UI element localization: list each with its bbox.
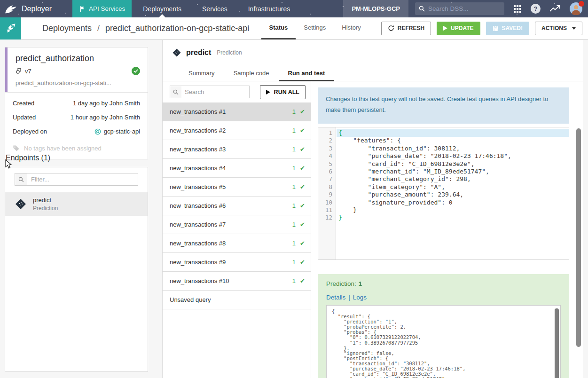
actions-button[interactable]: ACTIONS: [535, 22, 582, 35]
code-line: "purchase_date": "2018-02-23 17:46:18",: [337, 152, 569, 160]
query-row[interactable]: new_transactions #8 1: [163, 234, 311, 253]
editor-code[interactable]: { "features": { "transaction_id": 308112…: [337, 127, 569, 260]
check-icon: [300, 165, 305, 172]
editor-gutter: 123456789101112: [318, 127, 336, 260]
refresh-button[interactable]: REFRESH: [381, 22, 431, 35]
check-icon: [300, 127, 305, 134]
deployer-home-tile[interactable]: [0, 17, 21, 39]
bird-icon: [4, 4, 17, 14]
code-line: "purchase_amount": 239.64,: [337, 191, 569, 198]
nav-deployments[interactable]: Deployments: [137, 0, 187, 17]
rocket-icon: [5, 22, 17, 34]
endpoint-filter: [15, 173, 138, 186]
prediction-label: Prediction:: [326, 280, 356, 287]
endpoints-card: predict Prediction: [5, 167, 148, 372]
run-all-button[interactable]: RUN ALL: [260, 85, 306, 99]
code-editor[interactable]: 123456789101112 { "features": { "transac…: [318, 127, 569, 260]
query-row[interactable]: new_transactions #1 1: [163, 102, 311, 121]
query-row[interactable]: new_transactions #7 1: [163, 215, 311, 234]
deployer-brand[interactable]: Deployer: [22, 5, 52, 13]
result-json-box[interactable]: { "result": { "prediction": "1", "probaP…: [326, 305, 561, 378]
line-number: 2: [318, 137, 336, 144]
saved-button[interactable]: SAVED!: [486, 22, 529, 35]
nav-services[interactable]: Services: [196, 0, 233, 17]
code-line: "signature_provided": 0: [337, 199, 569, 206]
main-panel: predict Prediction Summary Sample code R…: [162, 40, 583, 378]
deployment-id: predict_authorization-on-gcp-stati...: [16, 79, 140, 87]
endpoint-filter-input[interactable]: [27, 176, 138, 183]
line-number: 9: [318, 191, 336, 198]
deployment-name: predict_authorization: [16, 54, 140, 63]
endpoint-diamond-icon: [172, 48, 181, 57]
query-name: new_transactions #9: [170, 259, 292, 266]
trend-icon[interactable]: [549, 5, 561, 12]
result-box-scrollbar[interactable]: [555, 308, 559, 378]
code-line: "merchant_category_id": 298,: [337, 175, 569, 183]
deployment-version: v7: [25, 68, 31, 75]
endpoint-diamond-icon: [15, 198, 27, 210]
queries-toolbar: RUN ALL: [163, 81, 311, 102]
query-row[interactable]: new_transactions #10 1: [163, 272, 311, 291]
nav-api-services[interactable]: API Services: [72, 0, 132, 17]
healthy-status-icon: [132, 67, 140, 75]
query-row[interactable]: new_transactions #5 1: [163, 178, 311, 197]
endpoint-type-label: Prediction: [217, 49, 242, 56]
query-name: new_transactions #1: [170, 108, 292, 115]
header-tab[interactable]: Status: [261, 17, 296, 39]
result-json-line: "1": 0.3892670877977295: [332, 340, 555, 346]
query-result-count: 1: [292, 183, 296, 190]
help-icon[interactable]: ?: [531, 4, 541, 14]
breadcrumb-deployments[interactable]: Deployments: [42, 24, 92, 33]
help-glyph: ?: [531, 4, 541, 14]
line-number: 6: [318, 168, 336, 175]
nav-infrastructures[interactable]: Infrastructures: [243, 0, 296, 17]
result-json-line: "0": 0.6107329122022704,: [332, 335, 555, 340]
query-search-input[interactable]: [181, 88, 243, 95]
query-result-count: 1: [292, 259, 296, 266]
endpoint-title: predict: [186, 48, 211, 57]
logs-link[interactable]: Logs: [353, 294, 367, 301]
code-line: }: [337, 206, 569, 214]
search-input[interactable]: [428, 5, 489, 12]
apps-grid-icon[interactable]: [513, 5, 522, 13]
search-icon: [170, 86, 181, 98]
deployment-accent-bar: [5, 47, 8, 92]
endpoint-tab[interactable]: Summary: [179, 70, 224, 81]
query-row[interactable]: Unsaved query: [163, 291, 311, 309]
endpoint-list-item[interactable]: predict Prediction: [5, 192, 148, 216]
line-number: 4: [318, 152, 336, 160]
main-scrollbar[interactable]: [576, 128, 581, 347]
query-name: new_transactions #7: [170, 221, 292, 228]
query-row[interactable]: new_transactions #4 1: [163, 159, 311, 178]
line-number: 8: [318, 183, 336, 191]
dataiku-logo[interactable]: [0, 4, 22, 14]
line-number: 1: [318, 129, 336, 137]
check-icon: [300, 277, 305, 284]
details-link[interactable]: Details: [326, 294, 345, 301]
query-row[interactable]: new_transactions #2 1: [163, 121, 311, 140]
header-tab[interactable]: History: [334, 17, 368, 39]
check-icon: [300, 146, 305, 153]
notification-dot: [579, 1, 584, 7]
query-name: new_transactions #6: [170, 202, 292, 209]
header-tab[interactable]: Settings: [296, 17, 334, 39]
run-and-test-pane: RUN ALL new_transactions #1 1: [163, 81, 583, 378]
line-number: 11: [318, 206, 336, 214]
query-row[interactable]: new_transactions #6 1: [163, 197, 311, 215]
endpoint-tab[interactable]: Sample code: [224, 70, 279, 81]
check-icon: [300, 221, 305, 228]
endpoint-tab[interactable]: Run and test: [279, 70, 335, 81]
deployment-info-row: Updated 1 hour ago by John Smith: [13, 114, 140, 121]
endpoint-name: predict: [33, 197, 58, 204]
user-avatar[interactable]: [570, 2, 582, 15]
result-links: Details|Logs: [326, 294, 561, 301]
search-icon: [15, 173, 27, 185]
play-icon: [443, 26, 447, 31]
app-root: Deployer API Services Deployments Servic…: [0, 0, 588, 378]
line-number: 3: [318, 145, 336, 152]
query-row[interactable]: new_transactions #9 1: [163, 253, 311, 272]
update-button[interactable]: UPDATE: [437, 22, 480, 35]
query-row[interactable]: new_transactions #3 1: [163, 140, 311, 159]
project-selector[interactable]: PM-MLOPS-GCP: [343, 0, 408, 17]
deployment-info-row: Created 1 day ago by John Smith: [13, 100, 140, 107]
